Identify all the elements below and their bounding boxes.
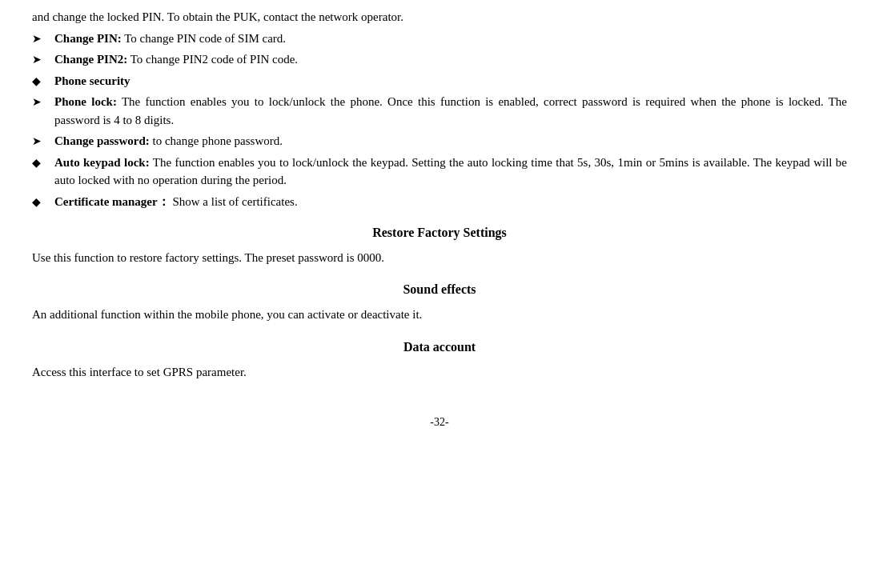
- top-line-text: and change the locked PIN. To obtain the…: [32, 10, 403, 23]
- auto-keypad-value: The function enables you to lock/unlock …: [54, 156, 847, 187]
- phone-lock-label: Phone lock:: [54, 95, 117, 108]
- phone-security-text: Phone security: [54, 72, 847, 90]
- content-area: and change the locked PIN. To obtain the…: [32, 8, 847, 430]
- change-pin-label: Change PIN:: [54, 32, 122, 45]
- diamond-bullet-1: ◆: [32, 72, 54, 90]
- sound-heading: Sound effects: [32, 280, 847, 299]
- change-pin2-value: To change PIN2 code of PIN code.: [127, 53, 298, 66]
- change-pin2-text: Change PIN2: To change PIN2 code of PIN …: [54, 50, 847, 69]
- cert-manager-item: ◆ Certificate manager： Show a list of ce…: [32, 193, 847, 211]
- arrow-bullet-2: ➤: [32, 50, 54, 68]
- change-password-value: to change phone password.: [150, 134, 283, 147]
- phone-lock-item: ➤ Phone lock: The function enables you t…: [32, 93, 847, 129]
- phone-lock-value: The function enables you to lock/unlock …: [54, 95, 847, 126]
- arrow-bullet-1: ➤: [32, 30, 54, 47]
- cert-manager-text: Certificate manager： Show a list of cert…: [54, 193, 847, 211]
- diamond-bullet-3: ◆: [32, 193, 54, 210]
- cert-manager-value: Show a list of certificates.: [170, 195, 298, 208]
- data-para: Access this interface to set GPRS parame…: [32, 363, 847, 382]
- phone-lock-text: Phone lock: The function enables you to …: [54, 93, 847, 129]
- restore-heading: Restore Factory Settings: [32, 223, 847, 242]
- auto-keypad-label: Auto keypad lock:: [54, 156, 150, 169]
- change-pin2-label: Change PIN2:: [54, 53, 127, 66]
- change-password-label: Change password:: [54, 134, 150, 147]
- data-heading: Data account: [32, 338, 847, 357]
- arrow-bullet-3: ➤: [32, 93, 54, 110]
- sound-para: An additional function within the mobile…: [32, 306, 847, 324]
- phone-security-item: ◆ Phone security: [32, 72, 847, 90]
- change-pin-value: To change PIN code of SIM card.: [122, 32, 286, 45]
- change-password-text: Change password: to change phone passwor…: [54, 132, 847, 150]
- arrow-bullet-4: ➤: [32, 132, 54, 150]
- diamond-bullet-2: ◆: [32, 154, 54, 171]
- auto-keypad-item: ◆ Auto keypad lock: The function enables…: [32, 154, 847, 190]
- top-line: and change the locked PIN. To obtain the…: [32, 8, 847, 26]
- cert-manager-label: Certificate manager：: [54, 195, 170, 208]
- phone-security-label: Phone security: [54, 74, 130, 87]
- change-pin2-item: ➤ Change PIN2: To change PIN2 code of PI…: [32, 50, 847, 69]
- restore-para: Use this function to restore factory set…: [32, 249, 847, 267]
- change-pin-item: ➤ Change PIN: To change PIN code of SIM …: [32, 30, 847, 48]
- auto-keypad-text: Auto keypad lock: The function enables y…: [54, 154, 847, 190]
- change-password-item: ➤ Change password: to change phone passw…: [32, 132, 847, 150]
- change-pin-text: Change PIN: To change PIN code of SIM ca…: [54, 30, 847, 48]
- page-number: -32-: [32, 414, 847, 430]
